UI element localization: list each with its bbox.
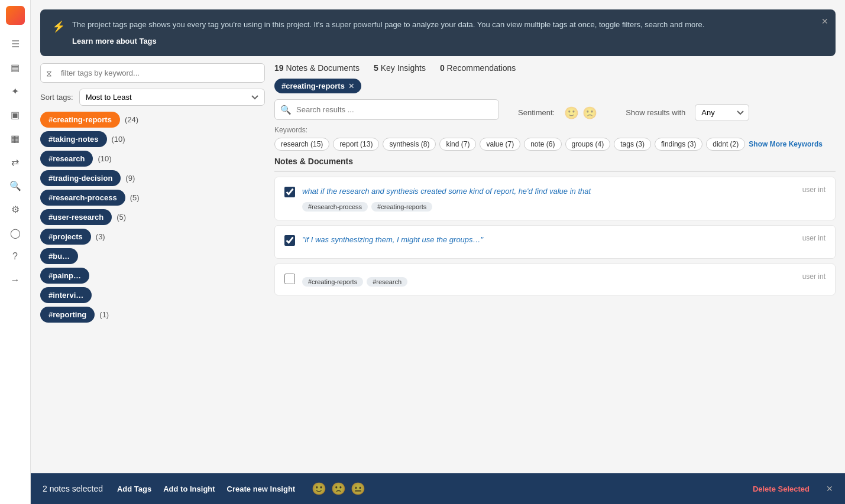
- selection-count: 2 notes selected: [43, 484, 103, 493]
- keyword-chip[interactable]: value (7): [480, 138, 520, 151]
- note-tag[interactable]: #research: [367, 277, 407, 287]
- tag-count: (10): [112, 135, 125, 144]
- note-tag[interactable]: #research-process: [302, 202, 368, 212]
- note-text-1: what if the research and synthesis creat…: [302, 186, 795, 197]
- tag-chip-painp[interactable]: #painp…: [40, 268, 89, 284]
- note-checkbox-2[interactable]: [284, 235, 295, 246]
- sort-label: Sort tags:: [40, 93, 73, 102]
- active-tag-container: #creating-reports ✕: [274, 79, 836, 99]
- toolbar-negative-icon[interactable]: 🙁: [331, 482, 346, 496]
- banner-close-button[interactable]: ✕: [821, 17, 828, 26]
- document-icon[interactable]: ▤: [6, 58, 25, 77]
- notes-section: Notes & Documents what if the research a…: [274, 157, 836, 497]
- main-content: ⚡ The project tags page shows you every …: [31, 0, 845, 504]
- keyword-chip[interactable]: research (15): [274, 138, 329, 151]
- tag-chip-research[interactable]: #research: [40, 151, 93, 167]
- menu-icon[interactable]: ☰: [6, 34, 25, 53]
- keyword-chip[interactable]: groups (4): [565, 138, 611, 151]
- tag-count: (5): [116, 213, 126, 222]
- tag-chip-creating-reports[interactable]: #creating-reports: [40, 112, 120, 128]
- negative-sentiment-icon[interactable]: 🙁: [582, 106, 597, 120]
- logout-icon[interactable]: →: [6, 271, 25, 290]
- selection-toolbar-close-button[interactable]: ✕: [826, 484, 833, 493]
- selection-toolbar: 2 notes selected Add Tags Add to Insight…: [31, 473, 845, 504]
- sort-select[interactable]: Most to Least Least to Most Alphabetical: [79, 89, 265, 106]
- active-tag-chip: #creating-reports ✕: [274, 79, 361, 93]
- tag-chip-taking-notes[interactable]: #taking-notes: [40, 131, 107, 147]
- help-icon[interactable]: ?: [6, 247, 25, 266]
- list-item: #research (10): [40, 151, 265, 167]
- keyword-chip[interactable]: synthesis (8): [383, 138, 436, 151]
- note-tags-1: #research-process #creating-reports: [302, 202, 795, 212]
- list-item: #trading-decision (9): [40, 170, 265, 186]
- stats-row: 19 Notes & Documents 5 Key Insights 0 Re…: [274, 63, 836, 73]
- delete-selected-button[interactable]: Delete Selected: [753, 485, 810, 493]
- show-results-select[interactable]: Any Positive Negative Neutral: [695, 104, 749, 121]
- note-tags-3: #creating-reports #research: [302, 277, 795, 287]
- chart-icon[interactable]: ▦: [6, 129, 25, 148]
- table-row: what if the research and synthesis creat…: [274, 177, 836, 220]
- list-item: #user-research (5): [40, 209, 265, 225]
- show-more-keywords-link[interactable]: Show More Keywords: [749, 140, 823, 148]
- remove-tag-button[interactable]: ✕: [348, 82, 354, 90]
- lightbulb-icon[interactable]: ✦: [6, 82, 25, 100]
- list-item: #research-process (5): [40, 190, 265, 206]
- keyword-chip[interactable]: report (13): [333, 138, 379, 151]
- toolbar-neutral-icon[interactable]: 😐: [351, 482, 365, 496]
- tag-chip-user-research[interactable]: #user-research: [40, 209, 112, 225]
- toolbar-positive-icon[interactable]: 🙂: [312, 482, 326, 496]
- notes-stat: 19 Notes & Documents: [274, 63, 360, 73]
- search-results-input[interactable]: [274, 99, 499, 120]
- user-icon[interactable]: ◯: [6, 223, 25, 242]
- tag-chip-projects[interactable]: #projects: [40, 229, 91, 245]
- tags-list: #creating-reports (24) #taking-notes (10…: [40, 112, 265, 323]
- note-tag[interactable]: #creating-reports: [371, 202, 432, 212]
- note-tag[interactable]: #creating-reports: [302, 277, 363, 287]
- search-icon[interactable]: 🔍: [6, 176, 25, 195]
- list-item: #projects (3): [40, 229, 265, 245]
- app-logo[interactable]: [6, 6, 25, 25]
- keywords-label: Keywords:: [274, 126, 836, 134]
- keyword-chip[interactable]: didnt (2): [706, 138, 745, 151]
- transfer-icon[interactable]: ⇄: [6, 152, 25, 171]
- table-row: "if I was synthesizing them, I might use…: [274, 225, 836, 259]
- two-col-layout: ⧖ Sort tags: Most to Least Least to Most…: [31, 56, 845, 504]
- sentiment-icons: 🙂 🙁: [564, 106, 597, 120]
- add-tags-button[interactable]: Add Tags: [117, 485, 151, 493]
- list-item: #painp…: [40, 268, 265, 284]
- note-checkbox-1[interactable]: [284, 187, 295, 197]
- keyword-chip[interactable]: kind (7): [439, 138, 476, 151]
- add-to-insight-button[interactable]: Add to Insight: [163, 485, 215, 493]
- filter-tags-input[interactable]: [40, 63, 265, 83]
- tag-count: (24): [125, 115, 138, 124]
- search-bar: 🔍: [274, 99, 499, 120]
- banner-link[interactable]: Learn more about Tags: [72, 35, 824, 47]
- tag-chip-bu[interactable]: #bu…: [40, 248, 78, 264]
- filter-input-wrapper: ⧖: [40, 63, 265, 83]
- banner-text: The project tags page shows you every ta…: [72, 20, 704, 29]
- show-results-label: Show results with: [626, 108, 685, 117]
- positive-sentiment-icon[interactable]: 🙂: [564, 106, 579, 120]
- settings-icon[interactable]: ⚙: [6, 200, 25, 219]
- tag-chip-reporting[interactable]: #reporting: [40, 307, 95, 323]
- tag-count: (3): [96, 232, 105, 241]
- create-new-insight-button[interactable]: Create new Insight: [227, 485, 296, 493]
- keywords-section: Keywords: research (15) report (13) synt…: [274, 126, 836, 151]
- note-user-2: user int: [802, 234, 825, 242]
- tag-chip-research-process[interactable]: #research-process: [40, 190, 125, 206]
- search-icon: 🔍: [280, 105, 292, 115]
- tag-chip-intervi[interactable]: #intervi…: [40, 287, 92, 303]
- keyword-chip[interactable]: note (6): [524, 138, 561, 151]
- active-tag-label: #creating-reports: [281, 82, 345, 90]
- list-item: #creating-reports (24): [40, 112, 265, 128]
- note-checkbox-3[interactable]: [284, 274, 295, 284]
- notes-icon[interactable]: ▣: [6, 105, 25, 124]
- sort-row: Sort tags: Most to Least Least to Most A…: [40, 89, 265, 106]
- tag-chip-trading-decision[interactable]: #trading-decision: [40, 170, 121, 186]
- tag-count: (1): [99, 310, 109, 319]
- keyword-chip[interactable]: tags (3): [614, 138, 651, 151]
- list-item: #taking-notes (10): [40, 131, 265, 147]
- tag-count: (5): [130, 193, 140, 202]
- note-text-2: "if I was synthesizing them, I might use…: [302, 234, 795, 246]
- keyword-chip[interactable]: findings (3): [655, 138, 702, 151]
